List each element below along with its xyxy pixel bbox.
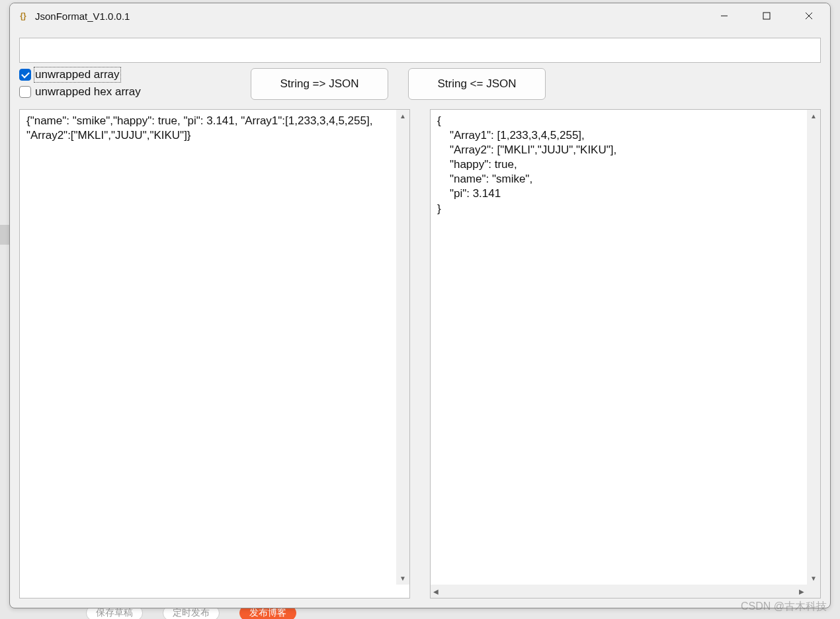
unwrapped-array-checkbox[interactable] [19,69,31,81]
close-icon [804,11,814,21]
string-to-json-button[interactable]: String => JSON [251,68,388,100]
scroll-down-icon: ▼ [399,575,406,582]
scroll-up-icon: ▲ [399,112,406,120]
unwrapped-hex-array-row[interactable]: unwrapped hex array [19,85,251,99]
right-pane: { "Array1": [1,233,3,4,5,255], "Array2":… [430,109,821,598]
panes-container: {"name": "smike","happy": true, "pi": 3.… [19,109,821,598]
buttons-area: String => JSON String <= JSON [251,68,821,100]
svg-rect-1 [763,13,770,19]
scroll-left-icon: ◀ [433,588,439,595]
left-vertical-scrollbar[interactable]: ▲ ▼ [396,110,409,585]
scroll-corner [807,585,820,598]
scroll-right-icon: ▶ [799,588,804,595]
right-vertical-scrollbar[interactable]: ▲ ▼ [807,110,820,585]
maximize-icon [762,11,771,21]
top-input[interactable] [19,38,821,63]
scroll-down-icon: ▼ [810,575,817,582]
left-pane: {"name": "smike","happy": true, "pi": 3.… [19,109,410,598]
right-textarea[interactable]: { "Array1": [1,233,3,4,5,255], "Array2":… [431,110,820,598]
left-textarea[interactable]: {"name": "smike","happy": true, "pi": 3.… [20,110,409,598]
minimize-button[interactable] [703,3,745,28]
unwrapped-array-row[interactable]: unwrapped array [19,68,251,81]
background-bottom-controls: 保存草稿 定时发布 发布博客 [86,607,417,619]
minimize-icon [720,11,729,21]
content-area: unwrapped array unwrapped hex array Stri… [10,28,830,608]
toolbar: unwrapped array unwrapped hex array Stri… [19,68,821,103]
checkbox-group: unwrapped array unwrapped hex array [19,68,251,99]
app-icon: {} [18,11,28,21]
titlebar[interactable]: {} JsonFormat_V1.0.0.1 [10,3,830,28]
app-window: {} JsonFormat_V1.0.0.1 unwrapped array [9,3,831,608]
string-from-json-button[interactable]: String <= JSON [408,68,546,100]
close-button[interactable] [788,3,830,28]
scroll-up-icon: ▲ [810,112,817,120]
window-title: JsonFormat_V1.0.0.1 [35,11,703,22]
unwrapped-hex-array-checkbox[interactable] [19,86,31,98]
unwrapped-hex-array-label: unwrapped hex array [35,85,141,99]
background-app-edge [0,225,9,245]
unwrapped-array-label: unwrapped array [35,68,120,81]
window-controls [703,3,830,28]
right-horizontal-scrollbar[interactable]: ◀ ▶ [431,585,807,598]
maximize-button[interactable] [745,3,788,28]
